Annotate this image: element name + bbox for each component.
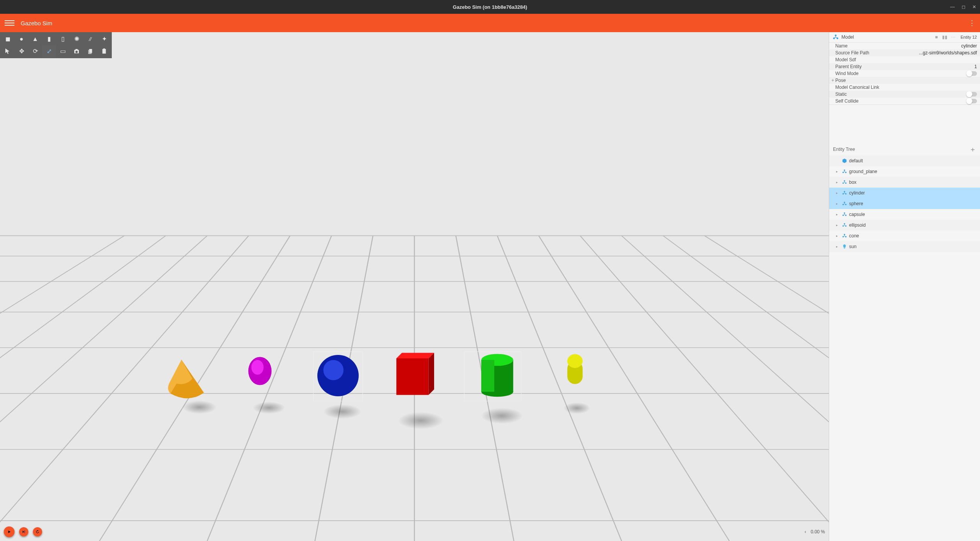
- shape-cone: [162, 354, 211, 404]
- workspace: ◼ ● ▲ ▮ ▯ ✺ ⫽ ✦ ✥ ⟳ ⤢ ▭: [0, 32, 980, 541]
- property-key: Wind Mode: [835, 71, 859, 76]
- tree-item-ellipsoid[interactable]: ▸ellipsoid: [829, 220, 980, 230]
- property-row: Parent Entity1: [829, 63, 980, 70]
- tree-item-label: sun: [849, 244, 856, 249]
- tree-item-sun[interactable]: ▸sun: [829, 241, 980, 252]
- appbar: Gazebo Sim ⋮: [0, 14, 980, 32]
- os-window-title: Gazebo Sim (on 1bb8e76a3284): [453, 4, 527, 10]
- paste-button[interactable]: [97, 45, 111, 57]
- insert-cylinder-button[interactable]: ▮: [42, 33, 56, 45]
- svg-point-26: [323, 360, 343, 380]
- scene-render: [0, 32, 829, 541]
- property-row: Wind Mode: [829, 70, 980, 77]
- property-row: Static: [829, 91, 980, 98]
- tree-item-sphere[interactable]: ▸sphere: [829, 198, 980, 209]
- inspector-title: Model: [841, 34, 854, 40]
- light-icon: [841, 244, 848, 250]
- realtime-factor-label: 0.00 %: [811, 529, 825, 534]
- window-maximize-icon[interactable]: ◻: [962, 4, 965, 10]
- tree-item-cylinder[interactable]: ▸cylinder: [829, 188, 980, 198]
- world-icon: [841, 158, 848, 164]
- inspector-header: Model ■ ▮▮ ⋯ Entity 12: [829, 32, 980, 42]
- property-value: 1: [974, 64, 977, 69]
- chevron-right-icon[interactable]: ▸: [836, 202, 840, 206]
- svg-marker-29: [428, 353, 434, 395]
- window-minimize-icon[interactable]: —: [950, 4, 955, 10]
- svg-marker-27: [396, 358, 428, 395]
- insert-spotlight-button[interactable]: ✦: [97, 33, 111, 45]
- chevron-right-icon[interactable]: ▸: [836, 234, 840, 238]
- insert-dirlight-button[interactable]: ⫽: [83, 33, 97, 45]
- chevron-right-icon[interactable]: ▸: [836, 223, 840, 227]
- insert-box-button[interactable]: ◼: [1, 33, 15, 45]
- tree-item-ground_plane[interactable]: ▸ground_plane: [829, 166, 980, 177]
- add-entity-button[interactable]: ＋: [969, 145, 976, 154]
- insert-cone-button[interactable]: ▲: [28, 33, 42, 45]
- property-toggle[interactable]: [966, 92, 977, 96]
- tree-item-label: sphere: [849, 201, 863, 206]
- chevron-right-icon[interactable]: ▸: [836, 191, 840, 195]
- entity-tree: default▸ground_plane▸box▸cylinder▸sphere…: [829, 155, 980, 541]
- entity-id-badge: Entity 12: [960, 35, 977, 39]
- play-button[interactable]: [4, 526, 15, 537]
- rotate-tool-button[interactable]: ⟳: [28, 45, 42, 57]
- copy-button[interactable]: [83, 45, 97, 57]
- shape-toolbar: ◼ ● ▲ ▮ ▯ ✺ ⫽ ✦ ✥ ⟳ ⤢ ▭: [0, 32, 112, 58]
- inspector-stop-icon[interactable]: ■: [932, 34, 941, 40]
- model-icon: [841, 222, 848, 228]
- property-key: Static: [835, 92, 847, 97]
- tree-item-label: ground_plane: [849, 169, 877, 174]
- reset-button[interactable]: [33, 527, 42, 536]
- os-titlebar: Gazebo Sim (on 1bb8e76a3284) — ◻ ✕: [0, 0, 980, 14]
- model-icon: [841, 179, 848, 185]
- shape-sphere: [315, 353, 361, 399]
- percent-chevron-left-icon[interactable]: ‹: [805, 529, 806, 534]
- inspector-pause-icon[interactable]: ▮▮: [941, 34, 949, 40]
- kebab-menu-icon[interactable]: ⋮: [969, 19, 975, 27]
- entity-tree-header: Entity Tree ＋: [829, 143, 980, 155]
- property-key: Self Collide: [835, 98, 859, 104]
- screenshot-area-button[interactable]: ▭: [56, 45, 70, 57]
- tree-item-label: cone: [849, 233, 859, 239]
- shape-ellipsoid: [245, 354, 275, 388]
- property-row: +Pose: [829, 77, 980, 84]
- tree-item-capsule[interactable]: ▸capsule: [829, 209, 980, 220]
- insert-sphere-button[interactable]: ●: [15, 33, 28, 45]
- step-button[interactable]: [19, 527, 28, 536]
- expand-icon[interactable]: +: [831, 78, 835, 83]
- property-key: Pose: [835, 78, 846, 83]
- svg-point-35: [567, 354, 583, 368]
- property-value: ...gz-sim9/worlds/shapes.sdf: [919, 50, 977, 56]
- camera-snapshot-button[interactable]: [70, 45, 83, 57]
- chevron-right-icon[interactable]: ▸: [836, 170, 840, 173]
- tree-item-box[interactable]: ▸box: [829, 177, 980, 188]
- shape-box: [390, 344, 445, 404]
- property-toggle[interactable]: [966, 71, 977, 76]
- side-panel: Model ■ ▮▮ ⋯ Entity 12 NamecylinderSourc…: [829, 32, 980, 541]
- model-icon: [832, 34, 839, 41]
- tree-item-default[interactable]: default: [829, 155, 980, 166]
- tree-item-label: ellipsoid: [849, 222, 866, 228]
- tree-item-label: box: [849, 180, 856, 185]
- chevron-right-icon[interactable]: ▸: [836, 180, 840, 184]
- insert-pointlight-button[interactable]: ✺: [70, 33, 83, 45]
- model-icon: [841, 201, 848, 207]
- window-close-icon[interactable]: ✕: [972, 4, 976, 10]
- chevron-right-icon[interactable]: ▸: [836, 245, 840, 248]
- model-icon: [841, 168, 848, 175]
- property-toggle[interactable]: [966, 99, 977, 103]
- insert-capsule-button[interactable]: ▯: [56, 33, 70, 45]
- select-tool-button[interactable]: [1, 45, 15, 57]
- chevron-right-icon[interactable]: ▸: [836, 212, 840, 216]
- shape-cylinder: [472, 346, 522, 404]
- svg-marker-28: [396, 353, 434, 359]
- viewport-3d[interactable]: ◼ ● ▲ ▮ ▯ ✺ ⫽ ✦ ✥ ⟳ ⤢ ▭: [0, 32, 829, 541]
- tree-item-cone[interactable]: ▸cone: [829, 230, 980, 241]
- inspector-more-icon[interactable]: ⋯: [949, 34, 957, 40]
- tree-item-label: cylinder: [849, 190, 865, 196]
- svg-rect-33: [481, 360, 494, 392]
- scale-tool-button[interactable]: ⤢: [42, 45, 56, 57]
- hamburger-menu-icon[interactable]: [5, 18, 15, 28]
- translate-tool-button[interactable]: ✥: [15, 45, 28, 57]
- property-list: NamecylinderSource File Path...gz-sim9/w…: [829, 42, 980, 105]
